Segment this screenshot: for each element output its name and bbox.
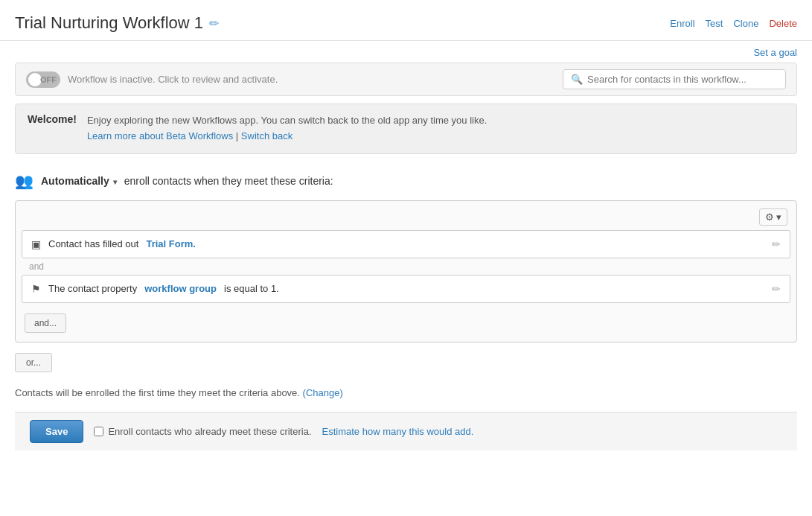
condition-2-text-before: The contact property — [48, 283, 137, 294]
page-header: Trial Nurturing Workflow 1 ✏ Enroll Test… — [0, 0, 812, 41]
trial-form-link[interactable]: Trial Form. — [146, 238, 195, 249]
auto-dropdown[interactable]: Automatically ▾ — [41, 175, 117, 187]
page-title-area: Trial Nurturing Workflow 1 ✏ — [15, 13, 219, 33]
criteria-row-2-left: ⚑The contact property workflow group is … — [31, 283, 279, 295]
checkbox-text: Enroll contacts who already meet these c… — [108, 426, 311, 437]
enroll-rest-text: enroll contacts when they meet these cri… — [124, 175, 333, 187]
contact-search-input[interactable] — [587, 74, 778, 85]
add-or-button[interactable]: or... — [15, 353, 52, 372]
criteria-box-header: ⚙ ▾ — [22, 207, 790, 230]
welcome-banner: Welcome! Enjoy exploring the new Workflo… — [15, 103, 797, 154]
person-icon: 👥 — [15, 172, 33, 190]
toggle-status-text: Workflow is inactive. Click to review an… — [68, 74, 278, 85]
gear-button[interactable]: ⚙ ▾ — [759, 208, 787, 226]
condition-1-edit-icon[interactable]: ✏ — [772, 238, 781, 250]
welcome-label: Welcome! — [28, 113, 77, 125]
edit-title-icon[interactable]: ✏ — [209, 16, 219, 31]
already-meet-criteria-checkbox[interactable] — [94, 427, 103, 436]
goal-row: Set a goal — [0, 41, 812, 63]
workflow-toggle[interactable]: OFF — [26, 71, 60, 88]
footer-bar: Save Enroll contacts who already meet th… — [15, 412, 797, 450]
condition-2-edit-icon[interactable]: ✏ — [772, 283, 781, 295]
form-icon: ▣ — [31, 238, 41, 250]
enroll-info: Contacts will be enrolled the first time… — [15, 383, 797, 401]
criteria-row-2: ⚑The contact property workflow group is … — [22, 275, 790, 303]
gear-caret: ▾ — [776, 211, 781, 223]
page-title: Trial Nurturing Workflow 1 — [15, 13, 203, 33]
enroll-link[interactable]: Enroll — [670, 18, 694, 29]
search-icon: 🔍 — [571, 74, 583, 85]
criteria-box: ⚙ ▾ ▣ Contact has filled out Trial Form.… — [15, 200, 797, 343]
welcome-body-text: Enjoy exploring the new Workflows app. Y… — [87, 115, 487, 126]
toggle-left: OFF Workflow is inactive. Click to revie… — [26, 71, 278, 88]
welcome-separator: | — [236, 130, 238, 141]
switch-back-link[interactable]: Switch back — [241, 130, 292, 141]
add-and-button[interactable]: and... — [25, 313, 66, 333]
gear-icon: ⚙ — [765, 211, 774, 223]
header-actions: Enroll Test Clone Delete — [670, 18, 797, 29]
set-goal-link[interactable]: Set a goal — [753, 47, 797, 58]
delete-link[interactable]: Delete — [769, 18, 797, 29]
enroll-info-text: Contacts will be enrolled the first time… — [15, 387, 300, 398]
workflow-group-link[interactable]: workflow group — [144, 283, 217, 294]
estimate-link[interactable]: Estimate how many this would add. — [322, 426, 474, 437]
add-and-area: and... — [22, 303, 790, 336]
enroll-row: 👥 Automatically ▾ enroll contacts when t… — [15, 165, 797, 200]
already-meet-criteria-label[interactable]: Enroll contacts who already meet these c… — [94, 426, 311, 437]
flag-icon: ⚑ — [31, 283, 41, 295]
main-area: 👥 Automatically ▾ enroll contacts when t… — [0, 165, 812, 450]
welcome-text-area: Enjoy exploring the new Workflows app. Y… — [87, 113, 487, 144]
auto-label: Automatically — [41, 175, 109, 187]
contact-search-box[interactable]: 🔍 — [563, 69, 786, 89]
criteria-row-1: ▣ Contact has filled out Trial Form. ✏ — [22, 230, 790, 258]
learn-more-link[interactable]: Learn more about Beta Workflows — [87, 130, 233, 141]
toggle-bar: OFF Workflow is inactive. Click to revie… — [15, 63, 797, 96]
toggle-off-label: OFF — [40, 75, 57, 84]
condition-2-text-after: is equal to 1. — [224, 283, 279, 294]
condition-1-text-before: Contact has filled out — [48, 238, 138, 249]
and-connector: and — [22, 258, 790, 275]
test-link[interactable]: Test — [706, 18, 723, 29]
clone-link[interactable]: Clone — [733, 18, 758, 29]
save-button[interactable]: Save — [30, 420, 83, 443]
criteria-row-1-left: ▣ Contact has filled out Trial Form. — [31, 238, 196, 250]
dropdown-caret-icon: ▾ — [113, 178, 117, 186]
change-link[interactable]: (Change) — [303, 387, 343, 398]
